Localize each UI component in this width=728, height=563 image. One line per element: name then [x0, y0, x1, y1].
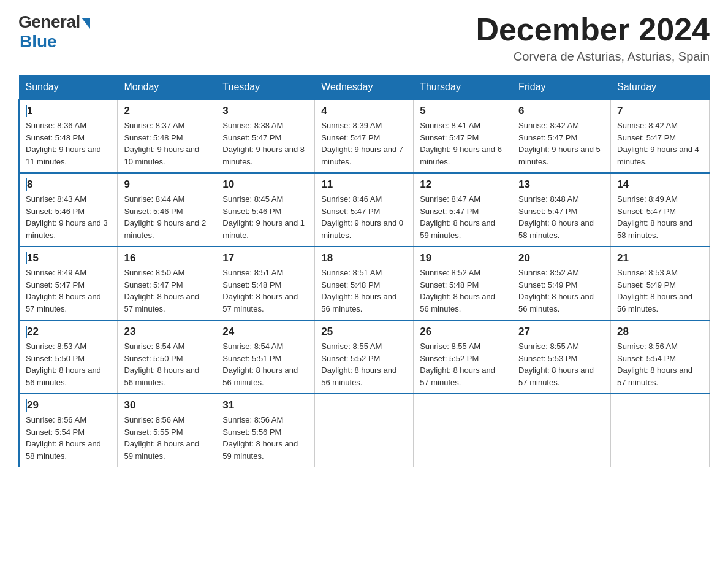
calendar-cell: 7Sunrise: 8:42 AMSunset: 5:47 PMDaylight… [611, 99, 710, 173]
weekday-header-friday: Friday [512, 75, 611, 100]
day-number: 23 [124, 326, 210, 338]
day-number: 12 [420, 178, 506, 191]
day-info: Sunrise: 8:55 AMSunset: 5:53 PMDaylight:… [518, 340, 604, 388]
day-number: 26 [420, 326, 506, 338]
calendar-cell: 10Sunrise: 8:45 AMSunset: 5:46 PMDayligh… [216, 173, 315, 247]
logo-general-text: General [18, 12, 80, 32]
day-info: Sunrise: 8:55 AMSunset: 5:52 PMDaylight:… [420, 340, 506, 388]
calendar-cell: 20Sunrise: 8:52 AMSunset: 5:49 PMDayligh… [512, 247, 611, 320]
calendar-cell: 6Sunrise: 8:42 AMSunset: 5:47 PMDaylight… [512, 99, 611, 173]
calendar-cell [315, 394, 414, 467]
day-info: Sunrise: 8:41 AMSunset: 5:47 PMDaylight:… [420, 120, 506, 167]
title-section: December 2024 Corvera de Asturias, Astur… [476, 12, 710, 64]
day-info: Sunrise: 8:56 AMSunset: 5:54 PMDaylight:… [26, 414, 111, 462]
calendar-cell [611, 394, 710, 467]
day-number: 22 [26, 326, 111, 338]
calendar-cell: 27Sunrise: 8:55 AMSunset: 5:53 PMDayligh… [512, 320, 611, 394]
calendar-cell: 13Sunrise: 8:48 AMSunset: 5:47 PMDayligh… [512, 173, 611, 247]
location-subtitle: Corvera de Asturias, Asturias, Spain [476, 50, 710, 64]
calendar-week-row: 1Sunrise: 8:36 AMSunset: 5:48 PMDaylight… [19, 99, 710, 173]
calendar-cell: 21Sunrise: 8:53 AMSunset: 5:49 PMDayligh… [611, 247, 710, 320]
day-number: 30 [124, 399, 210, 412]
logo: General Blue [18, 12, 90, 52]
day-number: 24 [222, 326, 308, 338]
calendar-cell: 11Sunrise: 8:46 AMSunset: 5:47 PMDayligh… [315, 173, 414, 247]
calendar-header-row: SundayMondayTuesdayWednesdayThursdayFrid… [19, 75, 710, 100]
day-info: Sunrise: 8:53 AMSunset: 5:50 PMDaylight:… [26, 340, 111, 388]
calendar-cell [512, 394, 611, 467]
calendar-cell: 19Sunrise: 8:52 AMSunset: 5:48 PMDayligh… [414, 247, 512, 320]
day-number: 31 [222, 399, 308, 412]
day-number: 20 [518, 252, 604, 264]
day-info: Sunrise: 8:42 AMSunset: 5:47 PMDaylight:… [518, 120, 604, 167]
calendar-week-row: 29Sunrise: 8:56 AMSunset: 5:54 PMDayligh… [19, 394, 710, 467]
calendar-cell: 29Sunrise: 8:56 AMSunset: 5:54 PMDayligh… [19, 394, 118, 467]
day-number: 6 [518, 105, 604, 117]
calendar-cell: 18Sunrise: 8:51 AMSunset: 5:48 PMDayligh… [315, 247, 414, 320]
page-header: General Blue December 2024 Corvera de As… [18, 12, 710, 64]
day-info: Sunrise: 8:52 AMSunset: 5:48 PMDaylight:… [420, 267, 506, 315]
calendar-cell: 26Sunrise: 8:55 AMSunset: 5:52 PMDayligh… [414, 320, 512, 394]
day-info: Sunrise: 8:55 AMSunset: 5:52 PMDaylight:… [321, 340, 407, 388]
day-info: Sunrise: 8:53 AMSunset: 5:49 PMDaylight:… [617, 267, 703, 315]
day-number: 8 [26, 178, 111, 191]
day-number: 17 [222, 252, 308, 264]
day-number: 13 [518, 178, 604, 191]
day-info: Sunrise: 8:38 AMSunset: 5:47 PMDaylight:… [222, 120, 308, 167]
calendar-cell: 16Sunrise: 8:50 AMSunset: 5:47 PMDayligh… [118, 247, 216, 320]
day-number: 18 [321, 252, 407, 264]
day-number: 9 [124, 178, 210, 191]
day-number: 7 [617, 105, 703, 117]
day-info: Sunrise: 8:39 AMSunset: 5:47 PMDaylight:… [321, 120, 407, 167]
day-info: Sunrise: 8:51 AMSunset: 5:48 PMDaylight:… [321, 267, 407, 315]
calendar-cell: 31Sunrise: 8:56 AMSunset: 5:56 PMDayligh… [216, 394, 315, 467]
calendar-cell: 14Sunrise: 8:49 AMSunset: 5:47 PMDayligh… [611, 173, 710, 247]
day-number: 3 [222, 105, 308, 117]
day-info: Sunrise: 8:52 AMSunset: 5:49 PMDaylight:… [518, 267, 604, 315]
calendar-cell: 5Sunrise: 8:41 AMSunset: 5:47 PMDaylight… [414, 99, 512, 173]
day-info: Sunrise: 8:50 AMSunset: 5:47 PMDaylight:… [124, 267, 210, 315]
calendar-cell [414, 394, 512, 467]
calendar-cell: 25Sunrise: 8:55 AMSunset: 5:52 PMDayligh… [315, 320, 414, 394]
day-number: 15 [26, 252, 111, 264]
calendar-cell: 3Sunrise: 8:38 AMSunset: 5:47 PMDaylight… [216, 99, 315, 173]
day-info: Sunrise: 8:49 AMSunset: 5:47 PMDaylight:… [617, 193, 703, 241]
day-info: Sunrise: 8:51 AMSunset: 5:48 PMDaylight:… [222, 267, 308, 315]
calendar-cell: 15Sunrise: 8:49 AMSunset: 5:47 PMDayligh… [19, 247, 118, 320]
day-info: Sunrise: 8:42 AMSunset: 5:47 PMDaylight:… [617, 120, 703, 167]
day-number: 19 [420, 252, 506, 264]
calendar-cell: 8Sunrise: 8:43 AMSunset: 5:46 PMDaylight… [19, 173, 118, 247]
day-info: Sunrise: 8:45 AMSunset: 5:46 PMDaylight:… [222, 193, 308, 241]
day-info: Sunrise: 8:46 AMSunset: 5:47 PMDaylight:… [321, 193, 407, 241]
calendar-table: SundayMondayTuesdayWednesdayThursdayFrid… [18, 75, 710, 467]
day-info: Sunrise: 8:48 AMSunset: 5:47 PMDaylight:… [518, 193, 604, 241]
day-number: 5 [420, 105, 506, 117]
calendar-cell: 4Sunrise: 8:39 AMSunset: 5:47 PMDaylight… [315, 99, 414, 173]
day-number: 14 [617, 178, 703, 191]
day-number: 16 [124, 252, 210, 264]
day-info: Sunrise: 8:47 AMSunset: 5:47 PMDaylight:… [420, 193, 506, 241]
day-info: Sunrise: 8:56 AMSunset: 5:56 PMDaylight:… [222, 414, 308, 462]
weekday-header-saturday: Saturday [611, 75, 710, 100]
day-number: 27 [518, 326, 604, 338]
calendar-cell: 17Sunrise: 8:51 AMSunset: 5:48 PMDayligh… [216, 247, 315, 320]
day-number: 4 [321, 105, 407, 117]
weekday-header-wednesday: Wednesday [315, 75, 414, 100]
day-number: 1 [26, 105, 111, 117]
calendar-cell: 28Sunrise: 8:56 AMSunset: 5:54 PMDayligh… [611, 320, 710, 394]
day-info: Sunrise: 8:44 AMSunset: 5:46 PMDaylight:… [124, 193, 210, 241]
day-info: Sunrise: 8:36 AMSunset: 5:48 PMDaylight:… [26, 120, 111, 167]
day-number: 28 [617, 326, 703, 338]
month-year-title: December 2024 [476, 12, 710, 47]
day-info: Sunrise: 8:56 AMSunset: 5:55 PMDaylight:… [124, 414, 210, 462]
calendar-week-row: 15Sunrise: 8:49 AMSunset: 5:47 PMDayligh… [19, 247, 710, 320]
calendar-cell: 12Sunrise: 8:47 AMSunset: 5:47 PMDayligh… [414, 173, 512, 247]
calendar-cell: 24Sunrise: 8:54 AMSunset: 5:51 PMDayligh… [216, 320, 315, 394]
day-number: 25 [321, 326, 407, 338]
day-info: Sunrise: 8:49 AMSunset: 5:47 PMDaylight:… [26, 267, 111, 315]
weekday-header-sunday: Sunday [19, 75, 118, 100]
calendar-cell: 22Sunrise: 8:53 AMSunset: 5:50 PMDayligh… [19, 320, 118, 394]
day-number: 29 [26, 399, 111, 412]
day-number: 21 [617, 252, 703, 264]
calendar-cell: 23Sunrise: 8:54 AMSunset: 5:50 PMDayligh… [118, 320, 216, 394]
